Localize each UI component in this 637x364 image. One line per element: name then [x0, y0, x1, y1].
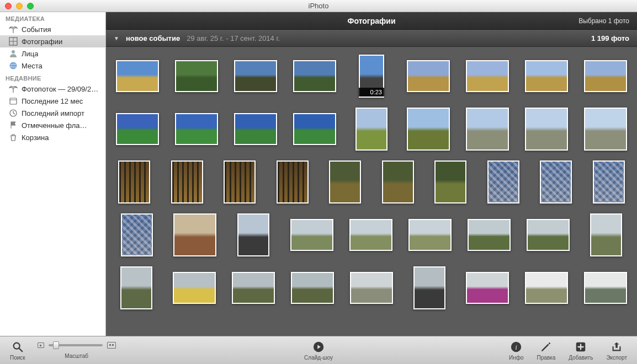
- zoom-out-icon[interactable]: [38, 342, 44, 348]
- photo-thumbnail[interactable]: [116, 55, 159, 98]
- photo-thumbnail[interactable]: [116, 160, 153, 204]
- photo-thumbnail[interactable]: [234, 108, 277, 151]
- photo-thumbnail[interactable]: [352, 108, 391, 151]
- sidebar-item[interactable]: Фотопоток — 29/09/2…: [0, 83, 105, 95]
- photo-thumbnail[interactable]: [291, 266, 334, 309]
- photo-thumbnail[interactable]: [173, 266, 216, 309]
- info-button[interactable]: i Инфо: [509, 340, 524, 361]
- photo-thumbnail[interactable]: [175, 108, 218, 151]
- photo-image: [237, 213, 269, 256]
- pencil-icon: [539, 340, 553, 354]
- photo-thumbnail[interactable]: [327, 160, 364, 204]
- photo-thumbnail[interactable]: [274, 160, 311, 204]
- photo-thumbnail[interactable]: [584, 55, 627, 98]
- photo-image: [408, 219, 452, 251]
- photo-thumbnail[interactable]: [293, 108, 336, 151]
- sidebar-item-label: Фотопоток — 29/09/2…: [22, 85, 98, 93]
- photo-thumbnail[interactable]: [584, 266, 627, 309]
- photo-thumbnail[interactable]: [408, 213, 452, 256]
- sidebar-item[interactable]: Фотографии: [0, 35, 105, 47]
- photo-thumbnail[interactable]: [527, 213, 570, 256]
- photo-image: [121, 213, 153, 256]
- export-button[interactable]: Экспорт: [606, 340, 627, 361]
- photo-thumbnail[interactable]: [380, 160, 417, 204]
- palm-icon: [9, 84, 18, 93]
- sidebar-item-label: Фотографии: [22, 38, 62, 46]
- photo-thumbnail[interactable]: [293, 55, 336, 98]
- zoom-slider[interactable]: [49, 344, 103, 346]
- photo-thumbnail[interactable]: [232, 213, 274, 256]
- photo-thumbnail[interactable]: 0:23: [352, 55, 391, 98]
- photo-row: [116, 160, 627, 204]
- event-bar[interactable]: ▼ новое событие 29 авг. 25 г. - 17 сент.…: [106, 30, 637, 47]
- photo-thumbnail[interactable]: [538, 160, 575, 204]
- photo-image: [527, 219, 570, 251]
- photo-row: 0:23: [116, 55, 627, 98]
- person-icon: [9, 49, 18, 58]
- search-button[interactable]: Поиск: [10, 340, 25, 361]
- photo-image: [349, 219, 392, 251]
- disclosure-triangle-icon[interactable]: ▼: [114, 35, 119, 41]
- add-button[interactable]: Добавить: [569, 340, 593, 361]
- photo-image: [120, 266, 152, 309]
- photo-thumbnail[interactable]: [584, 108, 627, 151]
- zoom-label: Масштаб: [65, 353, 88, 359]
- sidebar-item-label: События: [22, 25, 51, 34]
- photo-thumbnail[interactable]: [221, 160, 258, 204]
- video-duration: 0:23: [359, 88, 384, 97]
- photo-thumbnail[interactable]: [116, 266, 157, 309]
- photo-thumbnail[interactable]: [407, 55, 450, 98]
- sidebar-item[interactable]: Отмеченные фла…: [0, 119, 105, 131]
- photo-thumbnail[interactable]: [485, 160, 522, 204]
- photo-thumbnail[interactable]: [591, 160, 628, 204]
- photo-thumbnail[interactable]: [525, 55, 568, 98]
- sidebar-item[interactable]: Корзина: [0, 131, 105, 143]
- trash-icon: [9, 133, 18, 142]
- photo-thumbnail[interactable]: [466, 108, 509, 151]
- photo-thumbnail[interactable]: [116, 213, 157, 256]
- event-count: 1 199 фото: [591, 34, 629, 42]
- photo-image: [525, 108, 568, 151]
- photo-image: [466, 108, 509, 151]
- photo-thumbnail[interactable]: [350, 266, 393, 309]
- zoom-control[interactable]: Масштаб: [38, 342, 116, 359]
- photo-thumbnail[interactable]: [290, 213, 333, 256]
- photo-image: [413, 266, 445, 309]
- slideshow-button[interactable]: Слайд-шоу: [304, 340, 333, 361]
- photo-thumbnail[interactable]: [175, 55, 218, 98]
- photo-thumbnail[interactable]: [349, 213, 392, 256]
- photo-thumbnail[interactable]: [232, 266, 275, 309]
- photo-thumbnail[interactable]: [407, 108, 450, 151]
- photo-thumbnail[interactable]: [468, 213, 511, 256]
- photo-thumbnail[interactable]: [234, 55, 277, 98]
- palm-icon: [9, 25, 18, 34]
- photo-thumbnail[interactable]: [466, 55, 509, 98]
- photo-image: [593, 160, 625, 204]
- photo-image: [468, 219, 511, 251]
- sidebar-item[interactable]: Последний импорт: [0, 107, 105, 119]
- photo-grid[interactable]: 0:23: [106, 47, 637, 336]
- photo-thumbnail[interactable]: [586, 213, 627, 256]
- photo-thumbnail[interactable]: [116, 108, 159, 151]
- sidebar: МЕДИАТЕКАСобытияФотографииЛицаМестаНЕДАВ…: [0, 12, 106, 336]
- zoom-in-icon[interactable]: [107, 342, 116, 349]
- photo-image: [175, 60, 218, 92]
- photo-image: [116, 60, 159, 92]
- photo-thumbnail[interactable]: [432, 160, 469, 204]
- sidebar-item[interactable]: Последние 12 мес: [0, 95, 105, 107]
- edit-button[interactable]: Правка: [537, 340, 555, 361]
- photo-image: [234, 60, 277, 92]
- photo-thumbnail[interactable]: [525, 266, 568, 309]
- photo-image: [355, 108, 387, 151]
- photo-thumbnail[interactable]: [525, 108, 568, 151]
- photo-thumbnail[interactable]: [173, 213, 216, 256]
- sidebar-item[interactable]: События: [0, 23, 105, 35]
- slideshow-label: Слайд-шоу: [304, 355, 333, 361]
- sidebar-item[interactable]: Лица: [0, 47, 105, 60]
- photo-thumbnail[interactable]: [169, 160, 206, 204]
- sidebar-item[interactable]: Места: [0, 60, 105, 72]
- zoom-knob[interactable]: [53, 341, 59, 349]
- photo-thumbnail[interactable]: [466, 266, 509, 309]
- event-date: 29 авг. 25 г. - 17 сент. 2014 г.: [187, 34, 280, 42]
- photo-thumbnail[interactable]: [409, 266, 450, 309]
